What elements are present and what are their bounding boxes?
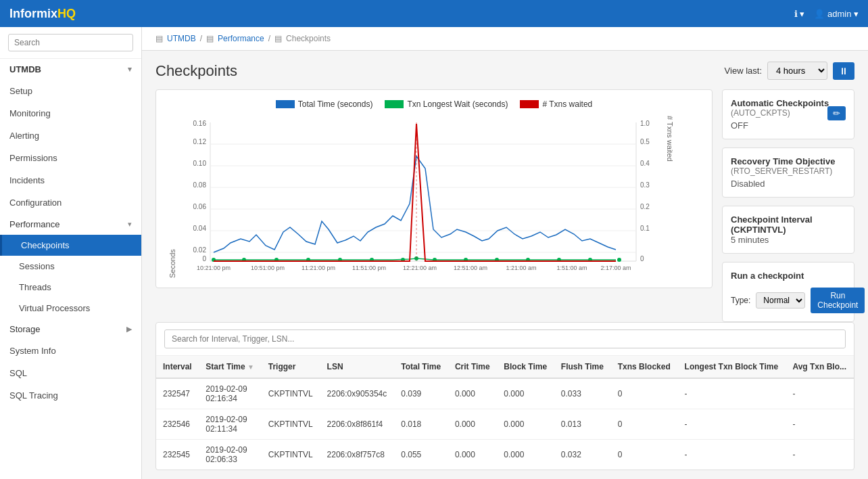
svg-text:1:21:00 am: 1:21:00 am — [506, 265, 536, 271]
svg-text:0.06: 0.06 — [193, 203, 207, 210]
top-nav: InformixHQ ℹ ▾ 👤 admin ▾ — [0, 0, 868, 27]
checkpoints-table: Interval Start Time ▼ Trigger LSN Total … — [156, 356, 854, 470]
legend-label-total: Total Time (seconds) — [298, 99, 373, 109]
legend-total-time: Total Time (seconds) — [276, 99, 373, 109]
chevron-down-icon: ▾ — [128, 65, 132, 74]
interval-value: 5 minutes — [731, 235, 846, 245]
col-interval: Interval — [156, 356, 199, 378]
svg-text:0: 0 — [640, 255, 644, 263]
sidebar-item-system-info[interactable]: System Info — [0, 340, 141, 362]
sidebar-item-setup[interactable]: Setup — [0, 80, 141, 102]
cell-txns-blocked: 0 — [611, 440, 678, 470]
run-checkpoint-title: Run a checkpoint — [731, 271, 846, 281]
cell-txns-blocked: 0 — [611, 409, 678, 440]
run-checkpoint-type-select[interactable]: Normal Fuzzy Sharp — [756, 292, 805, 309]
cell-flush-time: 0.033 — [554, 378, 611, 409]
sidebar-item-sql[interactable]: SQL — [0, 362, 141, 384]
sidebar-group-utmdb[interactable]: UTMDB ▾ — [0, 59, 141, 80]
breadcrumb-section[interactable]: Performance — [218, 34, 264, 43]
cell-crit-time: 0.000 — [448, 440, 497, 470]
chart-container: Total Time (seconds) Txn Longest Wait (s… — [155, 89, 713, 288]
cell-trigger: CKPTINTVL — [262, 440, 320, 470]
sort-icon: ▼ — [247, 363, 254, 371]
info-card-auto-checkpoints: Automatic Checkpoints (AUTO_CKPTS) OFF ✏ — [722, 89, 854, 139]
svg-text:10:21:00 pm: 10:21:00 pm — [197, 265, 231, 271]
svg-text:2:17:00 am: 2:17:00 am — [600, 265, 631, 271]
svg-text:0.3: 0.3 — [640, 181, 650, 189]
cell-avg: - — [786, 409, 854, 440]
sidebar-item-performance[interactable]: Performance ▾ — [0, 214, 141, 235]
svg-point-47 — [617, 258, 621, 262]
line-chart: 0 0.02 0.04 0.06 0.08 0.10 0.12 0.16 0 — [176, 116, 663, 278]
interval-title: Checkpoint Interval (CKPTINTVL) — [731, 214, 846, 235]
svg-text:11:21:00 pm: 11:21:00 pm — [302, 265, 335, 271]
cell-avg: - — [786, 440, 854, 470]
pause-button[interactable]: ⏸ — [833, 62, 854, 80]
svg-text:0.08: 0.08 — [193, 181, 207, 189]
svg-text:0: 0 — [202, 255, 206, 263]
main-content: ▤ UTMDB / ▤ Performance / ▤ Checkpoints … — [142, 27, 868, 479]
legend-label-wait: Txn Longest Wait (seconds) — [407, 99, 508, 109]
sidebar-item-incidents[interactable]: Incidents — [0, 169, 141, 191]
svg-text:0.16: 0.16 — [193, 120, 207, 127]
sidebar-item-storage[interactable]: Storage ▶ — [0, 319, 141, 340]
svg-text:0.4: 0.4 — [640, 160, 650, 167]
legend-txns-waited: # Txns waited — [520, 99, 592, 109]
chevron-right-icon-storage: ▶ — [126, 325, 132, 334]
info-icon[interactable]: ℹ ▾ — [794, 9, 805, 19]
sidebar-item-permissions[interactable]: Permissions — [0, 147, 141, 169]
rto-value: Disabled — [731, 179, 846, 189]
admin-menu[interactable]: 👤 admin ▾ — [814, 9, 859, 19]
svg-text:0.02: 0.02 — [193, 246, 207, 254]
sidebar-item-checkpoints[interactable]: Checkpoints — [0, 235, 141, 256]
cell-txns-blocked: 0 — [611, 378, 678, 409]
sidebar-item-virtual-processors[interactable]: Virtual Processors — [0, 298, 141, 319]
svg-text:0.1: 0.1 — [640, 225, 650, 232]
sidebar-item-sql-tracing[interactable]: SQL Tracing — [0, 384, 141, 407]
col-flush-time: Flush Time — [554, 356, 611, 378]
cell-lsn: 2206:0x905354c — [320, 378, 395, 409]
col-start-time[interactable]: Start Time ▼ — [199, 356, 262, 378]
run-checkpoint-button[interactable]: Run Checkpoint — [811, 288, 865, 313]
info-card-interval: Checkpoint Interval (CKPTINTVL) 5 minute… — [722, 206, 854, 254]
cell-avg: - — [786, 378, 854, 409]
sidebar-item-monitoring[interactable]: Monitoring — [0, 102, 141, 124]
table-row: 232546 2019-02-0902:11:34 CKPTINTVL 2206… — [156, 409, 854, 440]
col-total-time: Total Time — [394, 356, 448, 378]
auto-checkpoints-title: Automatic Checkpoints — [731, 98, 846, 108]
table-search-input[interactable] — [164, 329, 846, 348]
sidebar-item-threads[interactable]: Threads — [0, 277, 141, 298]
cell-start-time: 2019-02-0902:16:34 — [199, 378, 262, 409]
cell-lsn: 2206:0x8f861f4 — [320, 409, 395, 440]
col-lsn: LSN — [320, 356, 395, 378]
svg-text:1.0: 1.0 — [640, 120, 650, 127]
search-input[interactable] — [8, 34, 133, 51]
cell-flush-time: 0.013 — [554, 409, 611, 440]
breadcrumb-section-icon2: ▤ — [274, 34, 282, 43]
sidebar-item-alerting[interactable]: Alerting — [0, 124, 141, 147]
view-last-control: View last: 4 hours 1 hour 8 hours 24 hou… — [725, 62, 854, 80]
auto-checkpoints-edit-button[interactable]: ✏ — [827, 106, 846, 120]
cell-trigger: CKPTINTVL — [262, 409, 320, 440]
page-header: Checkpoints View last: 4 hours 1 hour 8 … — [155, 62, 854, 80]
chart-wrapper: Total Time (seconds) Txn Longest Wait (s… — [155, 89, 713, 298]
y-axis-right-label: # Txns waited — [663, 116, 674, 278]
sidebar-item-sessions[interactable]: Sessions — [0, 256, 141, 277]
chevron-right-icon: ▾ — [128, 220, 132, 229]
breadcrumb-db[interactable]: UTMDB — [167, 34, 196, 43]
cell-crit-time: 0.000 — [448, 409, 497, 440]
run-checkpoint-card: Run a checkpoint Type: Normal Fuzzy Shar… — [722, 262, 854, 322]
col-crit-time: Crit Time — [448, 356, 497, 378]
svg-text:0.2: 0.2 — [640, 203, 650, 210]
cell-total-time: 0.039 — [394, 378, 448, 409]
svg-text:0.04: 0.04 — [193, 225, 207, 232]
table-row: 232547 2019-02-0902:16:34 CKPTINTVL 2206… — [156, 378, 854, 409]
svg-text:11:51:00 pm: 11:51:00 pm — [352, 265, 386, 271]
view-last-select[interactable]: 4 hours 1 hour 8 hours 24 hours — [767, 62, 827, 80]
sidebar-item-configuration[interactable]: Configuration — [0, 191, 141, 214]
logo: InformixHQ — [9, 7, 76, 21]
cell-trigger: CKPTINTVL — [262, 378, 320, 409]
y-axis-left-label: Seconds — [166, 116, 176, 278]
breadcrumb-current: Checkpoints — [286, 34, 331, 43]
cell-longest: - — [678, 440, 786, 470]
